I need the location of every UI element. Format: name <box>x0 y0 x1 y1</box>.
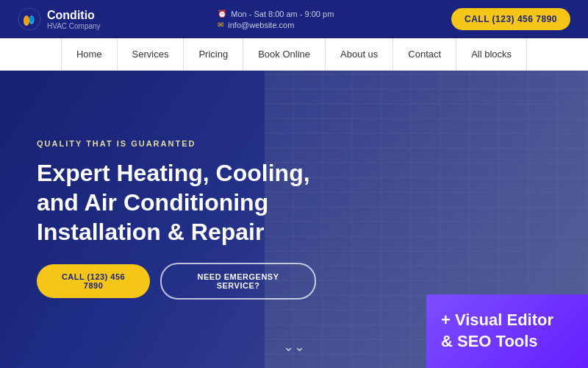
logo-icon <box>18 7 41 31</box>
hours-text: Mon - Sat 8:00 am - 9:00 pm <box>231 10 334 18</box>
logo-text-block: Conditio HVAC Company <box>47 8 101 30</box>
logo-name: Conditio <box>47 8 101 22</box>
hero-title: Expert Heating, Cooling, and Air Conditi… <box>37 158 316 247</box>
promo-line2: & SEO Tools <box>441 331 573 353</box>
hero-tagline: QUALITY THAT IS GUARANTED <box>37 139 316 148</box>
clock-icon: ⏰ <box>218 10 226 18</box>
nav-item-home[interactable]: Home <box>61 38 118 70</box>
nav-items: Home Services Pricing Book Online About … <box>61 38 527 70</box>
svg-point-4 <box>30 16 33 22</box>
email-text: info@website.com <box>228 21 294 29</box>
contact-info: ⏰ Mon - Sat 8:00 am - 9:00 pm ✉ info@web… <box>218 10 334 29</box>
top-bar: Conditio HVAC Company ⏰ Mon - Sat 8:00 a… <box>0 0 588 38</box>
promo-line1: + Visual Editor <box>441 310 573 331</box>
email-item: ✉ info@website.com <box>218 21 294 29</box>
hours-item: ⏰ Mon - Sat 8:00 am - 9:00 pm <box>218 10 334 18</box>
logo-area: Conditio HVAC Company <box>18 7 101 31</box>
hero-content: QUALITY THAT IS GUARANTED Expert Heating… <box>0 71 353 368</box>
hero-section: QUALITY THAT IS GUARANTED Expert Heating… <box>0 71 588 368</box>
nav-item-pricing[interactable]: Pricing <box>184 38 243 70</box>
logo-subtitle: HVAC Company <box>47 22 101 30</box>
nav-bar: Home Services Pricing Book Online About … <box>0 38 588 71</box>
email-icon: ✉ <box>218 21 223 29</box>
promo-badge: + Visual Editor & SEO Tools <box>426 294 588 368</box>
hero-call-button[interactable]: CALL (123) 456 7890 <box>37 264 150 298</box>
hero-emergency-button[interactable]: NEED EMERGENSY SERVICE? <box>160 263 316 300</box>
nav-item-services[interactable]: Services <box>118 38 184 70</box>
hero-buttons: CALL (123) 456 7890 NEED EMERGENSY SERVI… <box>37 263 316 300</box>
nav-item-contact[interactable]: Contact <box>393 38 456 70</box>
scroll-indicator[interactable]: ⌄⌄ <box>283 339 305 355</box>
nav-item-all-blocks[interactable]: All blocks <box>456 38 527 70</box>
chevron-down-icon: ⌄⌄ <box>283 339 305 354</box>
svg-point-2 <box>25 16 29 24</box>
top-call-button[interactable]: CALL (123) 456 7890 <box>451 8 570 30</box>
nav-item-book-online[interactable]: Book Online <box>243 38 326 70</box>
nav-item-about[interactable]: About us <box>326 38 393 70</box>
